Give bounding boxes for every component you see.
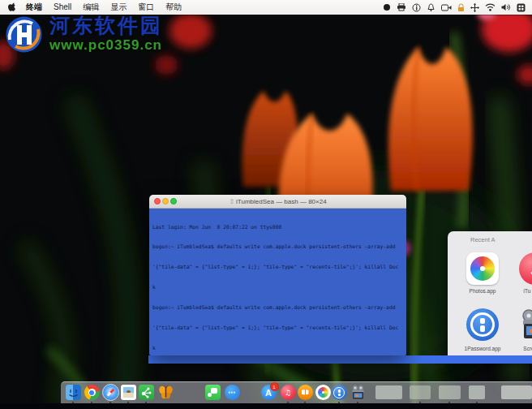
chat-bubble bbox=[211, 388, 217, 394]
chrome-center-blue bbox=[89, 390, 94, 395]
recent-item-label: Scre bbox=[519, 346, 532, 351]
screen-recorder-icon[interactable] bbox=[519, 308, 532, 341]
book-spine bbox=[305, 390, 306, 395]
desktop: 终端 Shell 编辑 显示 窗口 帮助 bbox=[0, 0, 532, 409]
dock-itunes-icon[interactable]: ♫ bbox=[281, 385, 296, 400]
window-title-text: iTumbledSea — bash — 80×24 bbox=[236, 198, 327, 205]
site-logo-icon bbox=[5, 15, 43, 54]
info-circle-icon[interactable] bbox=[412, 3, 421, 12]
dock-mindnode-icon[interactable] bbox=[139, 385, 154, 400]
window-title: ⇧iTumbledSea — bash — 80×24 bbox=[149, 198, 406, 205]
bell-icon[interactable] bbox=[427, 3, 435, 12]
menu-help[interactable]: 帮助 bbox=[160, 0, 187, 15]
photos-flower-center bbox=[322, 391, 324, 394]
terminal-line: bogon:~ iTumbledSea$ defaults write com.… bbox=[152, 304, 403, 311]
site-name: 河东软件园 bbox=[49, 15, 163, 36]
dock-facetime-green-icon[interactable] bbox=[205, 385, 221, 400]
watermark: 河东软件园 www.pc0359.cn bbox=[5, 15, 163, 54]
dock-finder-icon[interactable] bbox=[66, 385, 81, 400]
1password-keyhole bbox=[480, 318, 485, 324]
bottom-black-bar bbox=[0, 403, 532, 409]
menu-bar: 终端 Shell 编辑 显示 窗口 帮助 bbox=[0, 0, 532, 15]
site-url: www.pc0359.cn bbox=[49, 37, 163, 54]
dock-butterfly-app-icon[interactable] bbox=[158, 385, 174, 400]
input-method-icon[interactable] bbox=[517, 3, 526, 12]
dock-photos-icon[interactable] bbox=[315, 385, 331, 400]
move-arrows-icon[interactable] bbox=[470, 3, 479, 12]
dock-screen-recorder-icon[interactable] bbox=[350, 385, 367, 400]
dock-app-store-icon[interactable]: A 1 bbox=[261, 385, 277, 400]
volume-icon[interactable] bbox=[501, 3, 511, 11]
apple-menu[interactable] bbox=[8, 2, 17, 13]
status-icons bbox=[383, 3, 532, 12]
terminal-titlebar[interactable]: ⇧iTumbledSea — bash — 80×24 bbox=[149, 195, 406, 209]
dock[interactable]: ⋯ A 1 ♫ bbox=[61, 381, 532, 404]
dock-safari-icon[interactable] bbox=[103, 385, 118, 400]
camera-icon[interactable] bbox=[441, 4, 452, 11]
terminal-line: k bbox=[152, 284, 403, 291]
wifi-icon[interactable] bbox=[485, 3, 496, 11]
phone-glyph bbox=[208, 393, 212, 397]
terminal-line: '{"tile-data" = {"list-type" = 1;}; "til… bbox=[152, 264, 403, 270]
1password-ring bbox=[333, 387, 345, 398]
dock-recents-tile[interactable] bbox=[501, 385, 532, 399]
recent-item-label: iTu bbox=[519, 288, 532, 294]
recent-item-label: Photos.app bbox=[454, 288, 511, 294]
1password-keyhole bbox=[338, 390, 341, 393]
dock-recents-tile[interactable] bbox=[469, 385, 485, 399]
safari-compass bbox=[102, 384, 119, 401]
ellipsis-glyph: ⋯ bbox=[225, 385, 240, 400]
apple-logo bbox=[8, 2, 17, 13]
music-note-glyph: ♫ bbox=[281, 385, 296, 400]
music-note-glyph: ♫ bbox=[519, 252, 532, 285]
terminal-line: k bbox=[152, 345, 403, 351]
itunes-bg: ♫ bbox=[281, 385, 296, 400]
recent-items-panel[interactable]: Recent A Photos.app ♫ iTu 1Password.app bbox=[448, 231, 532, 364]
menu-window[interactable]: 窗口 bbox=[132, 0, 160, 15]
1password-keyhole bbox=[480, 325, 485, 332]
dock-ibooks-icon[interactable] bbox=[298, 385, 313, 400]
chrome-wheel bbox=[84, 385, 100, 400]
1password-icon[interactable] bbox=[466, 308, 499, 341]
photos-flower-center bbox=[480, 266, 485, 271]
menu-app-name[interactable]: 终端 bbox=[20, 0, 48, 15]
1password-keyhole bbox=[338, 394, 341, 397]
photos-bg bbox=[315, 385, 331, 400]
background-window-edge bbox=[148, 355, 532, 364]
blue-chat-bg: ⋯ bbox=[225, 385, 240, 400]
dock-recents-tile[interactable] bbox=[410, 385, 431, 399]
photos-app-icon[interactable] bbox=[466, 252, 499, 285]
terminal-line: '{"tile-data" = {"list-type" = 1;}; "til… bbox=[152, 325, 403, 331]
terminal-output[interactable]: Last login: Mon Jun 8 20:07:22 on ttys00… bbox=[149, 209, 406, 355]
preview-bird bbox=[127, 390, 131, 393]
dock-recents-tile[interactable] bbox=[439, 385, 461, 399]
1password-bg bbox=[332, 385, 347, 400]
record-dot-icon[interactable] bbox=[383, 3, 391, 11]
recent-panel-header: Recent A bbox=[470, 236, 495, 243]
printer-icon[interactable] bbox=[397, 3, 406, 11]
itunes-icon[interactable]: ♫ bbox=[519, 252, 532, 285]
dock-chrome-icon[interactable] bbox=[84, 385, 100, 400]
menu-view[interactable]: 显示 bbox=[105, 0, 132, 15]
1password-ring bbox=[470, 312, 495, 337]
menu-edit[interactable]: 编辑 bbox=[77, 0, 105, 15]
dock-preview-icon[interactable] bbox=[121, 385, 136, 400]
recent-item-label: 1Password.app bbox=[451, 346, 514, 351]
menu-shell[interactable]: Shell bbox=[48, 0, 77, 15]
dock-1password-icon[interactable] bbox=[332, 385, 347, 400]
terminal-line: Last login: Mon Jun 8 20:07:22 on ttys00… bbox=[152, 224, 403, 230]
notification-badge: 1 bbox=[270, 382, 279, 391]
compass-needle bbox=[106, 389, 114, 397]
dock-messages-blue-icon[interactable]: ⋯ bbox=[225, 385, 240, 400]
terminal-window[interactable]: ⇧iTumbledSea — bash — 80×24 Last login: … bbox=[149, 195, 406, 355]
proxy-arrow-icon: ⇧ bbox=[229, 198, 234, 205]
lock-icon[interactable] bbox=[457, 3, 465, 12]
dock-recents-tile[interactable] bbox=[375, 385, 402, 399]
terminal-line: bogon:~ iTumbledSea$ defaults write com.… bbox=[152, 243, 403, 250]
